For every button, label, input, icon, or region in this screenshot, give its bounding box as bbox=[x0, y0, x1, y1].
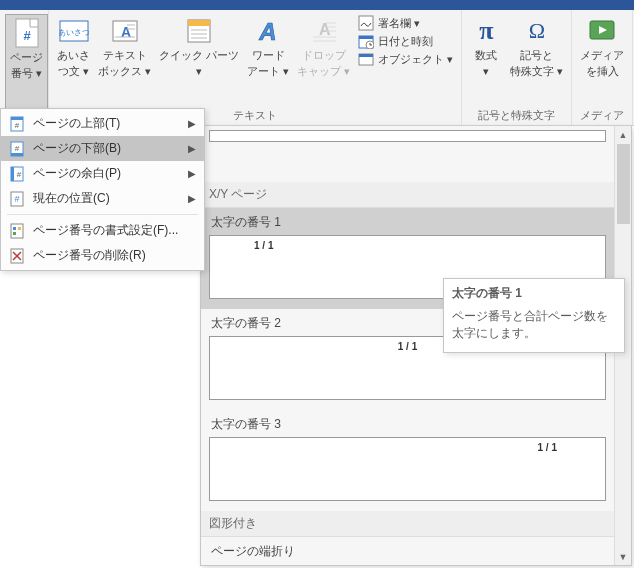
tooltip-title: 太字の番号 1 bbox=[452, 285, 616, 302]
svg-rect-39 bbox=[11, 167, 14, 181]
menu-page-margin[interactable]: # ページの余白(P) ▶ bbox=[1, 161, 204, 186]
format-icon bbox=[9, 223, 25, 239]
svg-rect-28 bbox=[359, 54, 373, 57]
media-icon bbox=[586, 15, 618, 47]
svg-text:#: # bbox=[15, 144, 20, 153]
menu-format[interactable]: ページ番号の書式設定(F)... bbox=[1, 218, 204, 243]
media-button[interactable]: メディア を挿入 bbox=[576, 13, 628, 81]
svg-rect-45 bbox=[18, 227, 21, 230]
svg-text:あいさつ: あいさつ bbox=[59, 28, 89, 37]
quickparts-button[interactable]: クイック パーツ ▾ bbox=[155, 13, 243, 81]
tooltip: 太字の番号 1 ページ番号と合計ページ数を太字にします。 bbox=[443, 278, 625, 353]
object-label: オブジェクト ▾ bbox=[378, 52, 453, 67]
svg-rect-44 bbox=[13, 227, 16, 230]
gallery-preview-strip bbox=[209, 130, 606, 142]
page-number-menu: # ページの上部(T) ▶ # ページの下部(B) ▶ # ページの余白(P) … bbox=[0, 108, 205, 271]
wordart-label-1: ワード bbox=[252, 49, 285, 63]
object-button[interactable]: オブジェクト ▾ bbox=[358, 51, 453, 67]
pi-icon: π bbox=[470, 15, 502, 47]
menu-current-pos[interactable]: # 現在の位置(C) ▶ bbox=[1, 186, 204, 211]
svg-text:Ω: Ω bbox=[529, 18, 545, 43]
page-bottom-icon: # bbox=[9, 141, 25, 157]
svg-rect-36 bbox=[11, 153, 23, 156]
quickparts-icon bbox=[183, 15, 215, 47]
chevron-right-icon: ▶ bbox=[188, 118, 196, 129]
object-icon bbox=[358, 51, 374, 67]
greeting-label-2: つ文 ▾ bbox=[58, 65, 89, 79]
menu-page-bottom[interactable]: # ページの下部(B) ▶ bbox=[1, 136, 204, 161]
equation-label-1: 数式 bbox=[475, 49, 497, 63]
svg-text:#: # bbox=[14, 194, 19, 204]
greeting-label-1: あいさ bbox=[57, 49, 90, 63]
gallery-header-xy: X/Y ページ bbox=[201, 182, 614, 208]
svg-text:#: # bbox=[15, 121, 20, 130]
current-pos-icon: # bbox=[9, 191, 25, 207]
chevron-right-icon: ▶ bbox=[188, 193, 196, 204]
date-time-button[interactable]: 日付と時刻 bbox=[358, 33, 453, 49]
menu-current-pos-label: 現在の位置(C) bbox=[33, 190, 110, 207]
svg-text:A: A bbox=[258, 18, 276, 45]
scroll-down-icon[interactable]: ▼ bbox=[615, 548, 631, 565]
symbol-label-1: 記号と bbox=[520, 49, 553, 63]
svg-rect-10 bbox=[188, 20, 210, 26]
media-label-1: メディア bbox=[580, 49, 624, 63]
calendar-icon bbox=[358, 33, 374, 49]
svg-text:#: # bbox=[23, 28, 31, 43]
wordart-button[interactable]: A ワード アート ▾ bbox=[243, 13, 293, 81]
gallery-item-shape[interactable]: ページの端折り bbox=[201, 537, 614, 565]
pagenum-text: 1 / 1 bbox=[398, 341, 417, 352]
textbox-icon: A bbox=[109, 15, 141, 47]
svg-text:#: # bbox=[17, 170, 22, 179]
dropcap-icon: A bbox=[308, 15, 340, 47]
svg-text:A: A bbox=[319, 21, 331, 38]
dropcap-button: A ドロップ キャップ ▾ bbox=[293, 13, 354, 81]
menu-page-margin-label: ページの余白(P) bbox=[33, 165, 121, 182]
sign-line-button[interactable]: 署名欄 ▾ bbox=[358, 15, 453, 31]
wordart-label-2: アート ▾ bbox=[247, 65, 289, 79]
greeting-icon: あいさつ bbox=[58, 15, 90, 47]
gallery-item-title: 太字の番号 1 bbox=[209, 214, 606, 231]
symbol-label-2: 特殊文字 ▾ bbox=[510, 65, 563, 79]
group-label-symbols: 記号と特殊文字 bbox=[478, 106, 555, 123]
gallery-header-shape: 図形付き bbox=[201, 511, 614, 537]
gallery-item-preview: 1 / 1 bbox=[209, 437, 606, 501]
menu-page-bottom-label: ページの下部(B) bbox=[33, 140, 121, 157]
greeting-button[interactable]: あいさつ あいさ つ文 ▾ bbox=[53, 13, 94, 81]
gallery-item-title: 太字の番号 3 bbox=[209, 416, 606, 433]
group-label-text: テキスト bbox=[233, 106, 277, 123]
menu-page-top-label: ページの上部(T) bbox=[33, 115, 120, 132]
menu-remove-label: ページ番号の削除(R) bbox=[33, 247, 146, 264]
page-margin-icon: # bbox=[9, 166, 25, 182]
svg-rect-43 bbox=[11, 224, 23, 238]
svg-rect-23 bbox=[359, 36, 373, 39]
gallery-item-title: ページの端折り bbox=[209, 543, 606, 560]
chevron-right-icon: ▶ bbox=[188, 168, 196, 179]
tooltip-body: ページ番号と合計ページ数を太字にします。 bbox=[452, 308, 616, 342]
omega-icon: Ω bbox=[521, 15, 553, 47]
menu-remove[interactable]: ページ番号の削除(R) bbox=[1, 243, 204, 268]
svg-rect-33 bbox=[11, 117, 23, 120]
pagenum-text: 1 / 1 bbox=[254, 240, 273, 251]
svg-text:A: A bbox=[121, 24, 131, 40]
sign-line-label: 署名欄 ▾ bbox=[378, 16, 420, 31]
gallery-item-bold-3[interactable]: 太字の番号 3 1 / 1 bbox=[201, 410, 614, 511]
dropcap-label-2: キャップ ▾ bbox=[297, 65, 350, 79]
menu-page-top[interactable]: # ページの上部(T) ▶ bbox=[1, 111, 204, 136]
symbol-button[interactable]: Ω 記号と 特殊文字 ▾ bbox=[506, 13, 567, 81]
menu-separator bbox=[7, 214, 198, 215]
chevron-right-icon: ▶ bbox=[188, 143, 196, 154]
equation-button[interactable]: π 数式 ▾ bbox=[466, 13, 506, 81]
pagenum-text: 1 / 1 bbox=[538, 442, 557, 453]
page-top-icon: # bbox=[9, 116, 25, 132]
textbox-button[interactable]: A テキスト ボックス ▾ bbox=[94, 13, 155, 81]
group-label-media: メディア bbox=[580, 106, 624, 123]
page-number-label-1: ページ bbox=[10, 51, 43, 65]
wordart-icon: A bbox=[252, 15, 284, 47]
scroll-thumb[interactable] bbox=[617, 144, 630, 224]
remove-icon bbox=[9, 248, 25, 264]
scroll-up-icon[interactable]: ▲ bbox=[615, 126, 631, 143]
quickparts-label-1: クイック パーツ bbox=[159, 49, 239, 63]
page-number-label-2: 番号 ▾ bbox=[11, 67, 42, 81]
svg-rect-46 bbox=[13, 232, 16, 235]
signature-icon bbox=[358, 15, 374, 31]
